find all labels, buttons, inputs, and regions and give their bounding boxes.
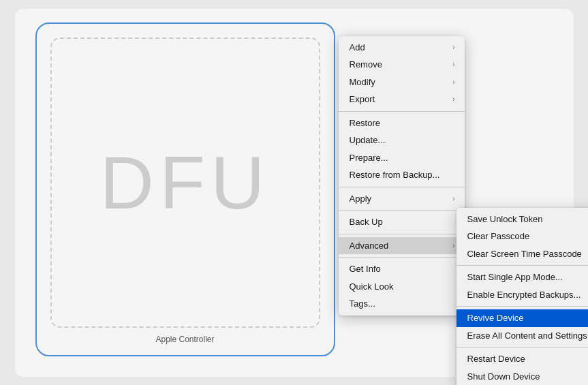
divider-1 (339, 111, 465, 112)
menu-item-export[interactable]: Export › (339, 91, 465, 108)
divider-4 (339, 234, 465, 234)
primary-context-menu: Add › Remove › Modify › Export › Restore… (339, 36, 465, 315)
menu-item-update[interactable]: Update... (339, 132, 465, 149)
device-inner: DFU (50, 37, 320, 328)
menu-item-advanced[interactable]: Advanced › (339, 237, 465, 255)
menu-item-restore[interactable]: Restore (339, 114, 465, 132)
submenu-arrow-modify: › (452, 77, 454, 87)
submenu-arrow-remove: › (452, 59, 454, 70)
sec-divider-3 (457, 347, 589, 348)
menu-item-encrypted-backups[interactable]: Enable Encrypted Backups... (457, 286, 589, 304)
submenu-arrow-add: › (452, 42, 454, 52)
device-name-label: Apple Controller (155, 335, 214, 344)
menu-item-clear-screen-time[interactable]: Clear Screen Time Passcode (457, 245, 589, 263)
dfu-label: DFU (99, 139, 270, 226)
menu-item-clear-passcode[interactable]: Clear Passcode (457, 228, 589, 245)
menu-item-quick-look[interactable]: Quick Look (339, 278, 465, 296)
menu-item-apply[interactable]: Apply › (339, 190, 465, 208)
divider-3 (339, 210, 465, 211)
menu-item-back-up[interactable]: Back Up (339, 213, 465, 231)
submenu-arrow-advanced: › (452, 241, 454, 251)
menu-item-restart-device[interactable]: Restart Device (457, 350, 589, 368)
menu-item-revive-device[interactable]: Revive Device (457, 309, 589, 327)
secondary-context-menu: Save Unlock Token Clear Passcode Clear S… (457, 208, 589, 386)
main-area: DFU Apple Controller Add › Remove › Modi… (15, 9, 574, 377)
menu-item-save-unlock-token[interactable]: Save Unlock Token (457, 211, 589, 228)
device-panel: DFU Apple Controller (35, 22, 335, 356)
menu-item-single-app-mode[interactable]: Start Single App Mode... (457, 268, 589, 286)
menu-item-prepare[interactable]: Prepare... (339, 149, 465, 167)
sec-divider-2 (457, 306, 589, 307)
divider-2 (339, 187, 465, 187)
menu-item-shut-down[interactable]: Shut Down Device (457, 368, 589, 386)
sec-divider-1 (457, 265, 589, 266)
menu-item-erase-all[interactable]: Erase All Content and Settings (457, 327, 589, 345)
menu-item-tags[interactable]: Tags... (339, 295, 465, 313)
submenu-arrow-apply: › (452, 194, 454, 204)
menu-item-remove[interactable]: Remove › (339, 56, 465, 74)
menu-item-add[interactable]: Add › (339, 39, 465, 57)
menu-item-get-info[interactable]: Get Info (339, 260, 465, 278)
divider-5 (339, 257, 465, 258)
submenu-arrow-export: › (452, 94, 454, 104)
menu-item-restore-backup[interactable]: Restore from Backup... (339, 166, 465, 184)
menu-item-modify[interactable]: Modify › (339, 74, 465, 91)
